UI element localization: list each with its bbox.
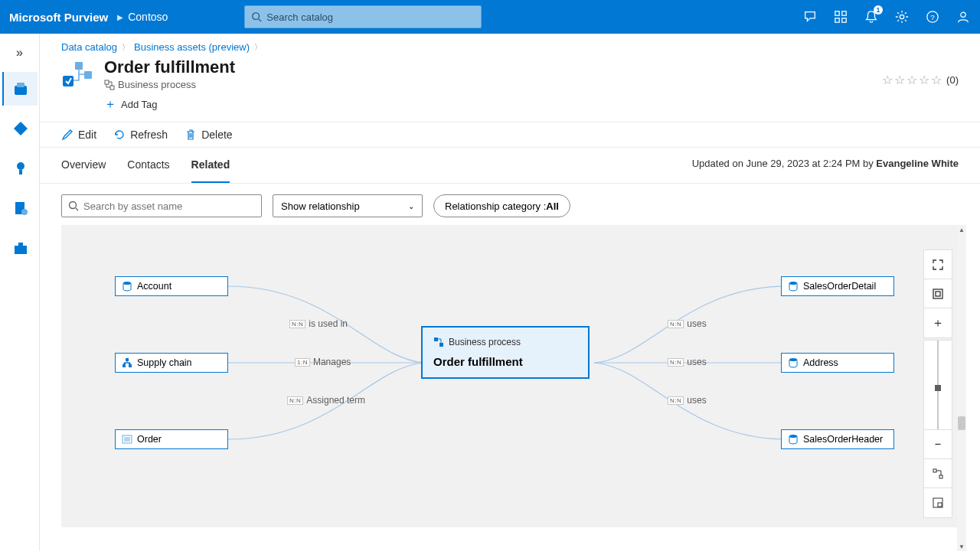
fullscreen-button[interactable] (924, 250, 952, 279)
svg-rect-22 (105, 80, 109, 84)
nav-item-catalog[interactable] (2, 72, 38, 106)
related-node-address[interactable]: Address (781, 353, 894, 373)
settings-icon[interactable] (894, 9, 910, 24)
category-chip[interactable]: Relationship category : All (433, 194, 570, 217)
nav-item-map[interactable] (2, 112, 38, 145)
nav-item-policy[interactable] (2, 191, 38, 225)
svg-point-26 (123, 282, 131, 285)
canvas-tools-upper: ＋ (923, 249, 952, 338)
minimap-button[interactable] (924, 488, 952, 517)
svg-rect-4 (835, 18, 839, 22)
notification-badge: 1 (874, 5, 883, 15)
svg-point-16 (21, 209, 28, 215)
rating-count: (0) (946, 74, 959, 86)
fit-button[interactable] (924, 279, 952, 308)
related-node-account[interactable]: Account (115, 276, 228, 296)
database-icon (788, 357, 799, 368)
layout-button[interactable] (924, 459, 952, 488)
svg-rect-41 (933, 469, 936, 472)
notifications-icon[interactable]: 1 (864, 9, 879, 24)
svg-rect-27 (126, 358, 129, 361)
nav-expand-icon[interactable]: » (5, 40, 35, 66)
business-process-icon (61, 57, 93, 90)
svg-point-0 (253, 13, 260, 20)
asset-search[interactable] (61, 194, 262, 217)
rating[interactable]: ☆☆☆☆☆ (0) (882, 73, 959, 87)
chevron-down-icon: ⌄ (408, 202, 414, 210)
hierarchy-icon (122, 357, 132, 368)
slider-thumb[interactable] (935, 385, 941, 391)
svg-point-36 (789, 282, 797, 285)
svg-rect-42 (939, 475, 942, 478)
catalog-search[interactable] (244, 5, 482, 28)
related-node-supply-chain[interactable]: Supply chain (115, 353, 228, 373)
org-name: Contoso (128, 11, 168, 23)
delete-button[interactable]: Delete (185, 129, 232, 141)
center-node[interactable]: Business process Order fulfillment (421, 326, 590, 379)
star-icon: ☆ (894, 73, 905, 87)
process-icon (433, 337, 444, 347)
relationship-dropdown[interactable]: Show relationship ⌄ (273, 194, 423, 217)
asset-search-input[interactable] (83, 201, 255, 212)
zoom-in-button[interactable]: ＋ (924, 308, 952, 337)
brand: Microsoft Purview (9, 11, 108, 24)
left-nav: » (0, 34, 40, 551)
edge-label: 1:NManages (295, 357, 351, 367)
process-icon (104, 80, 115, 90)
help-icon[interactable]: ? (925, 9, 940, 24)
scrollbar[interactable]: ▲ ▼ (957, 225, 966, 551)
svg-rect-18 (18, 243, 23, 246)
svg-point-6 (900, 15, 903, 18)
edge-label: N:NAssigned term (287, 395, 365, 406)
crumb-business-assets[interactable]: Business assets (preview) (134, 41, 250, 53)
svg-rect-14 (19, 170, 22, 174)
star-icon: ☆ (919, 73, 929, 87)
star-icon: ☆ (906, 73, 917, 87)
related-node-order[interactable]: Order (115, 429, 228, 449)
svg-rect-3 (842, 11, 846, 15)
scroll-down-icon[interactable]: ▼ (957, 542, 966, 551)
tab-contacts[interactable]: Contacts (127, 148, 169, 183)
brand-caret-icon: ▶ (117, 13, 123, 21)
svg-rect-23 (110, 86, 114, 90)
apps-icon[interactable] (833, 9, 848, 24)
svg-rect-2 (835, 11, 839, 15)
svg-rect-17 (15, 246, 27, 254)
svg-rect-29 (129, 364, 132, 367)
nav-item-insights[interactable] (2, 152, 38, 185)
catalog-search-input[interactable] (266, 11, 475, 23)
edit-icon (61, 129, 74, 141)
refresh-button[interactable]: Refresh (113, 129, 168, 141)
related-node-salesorderdetail[interactable]: SalesOrderDetail (781, 276, 894, 296)
search-icon (68, 201, 79, 211)
relationship-canvas[interactable]: Account Supply chain Order N:Nis used in… (61, 225, 957, 527)
breadcrumb: Data catalog 〉 Business assets (preview)… (40, 34, 980, 54)
crumb-catalog[interactable]: Data catalog (61, 41, 117, 53)
feedback-icon[interactable] (802, 9, 818, 24)
related-node-salesorderheader[interactable]: SalesOrderHeader (781, 429, 894, 449)
svg-rect-44 (938, 503, 942, 507)
zoom-slider[interactable] (923, 340, 952, 439)
svg-rect-20 (75, 62, 83, 70)
tab-overview[interactable]: Overview (61, 148, 106, 183)
nav-item-management[interactable] (2, 231, 38, 265)
svg-rect-34 (434, 337, 438, 341)
svg-point-38 (789, 435, 797, 438)
svg-rect-40 (936, 292, 940, 296)
edit-button[interactable]: Edit (61, 129, 96, 141)
search-icon (251, 11, 262, 22)
edge-label: N:Nis used in (289, 318, 348, 329)
svg-marker-12 (14, 122, 28, 135)
add-tag-button[interactable]: ＋ Add Tag (104, 96, 235, 112)
svg-text:?: ? (930, 13, 935, 21)
edge-label: N:Nuses (668, 357, 707, 367)
plus-icon: ＋ (104, 96, 116, 112)
account-icon[interactable] (956, 9, 971, 24)
scroll-thumb[interactable] (958, 416, 965, 430)
asset-subtype: Business process (104, 79, 235, 90)
tab-related[interactable]: Related (191, 148, 230, 183)
refresh-icon (113, 129, 126, 141)
svg-point-37 (789, 358, 797, 361)
zoom-out-button[interactable]: － (924, 430, 952, 459)
scroll-up-icon[interactable]: ▲ (957, 225, 966, 234)
